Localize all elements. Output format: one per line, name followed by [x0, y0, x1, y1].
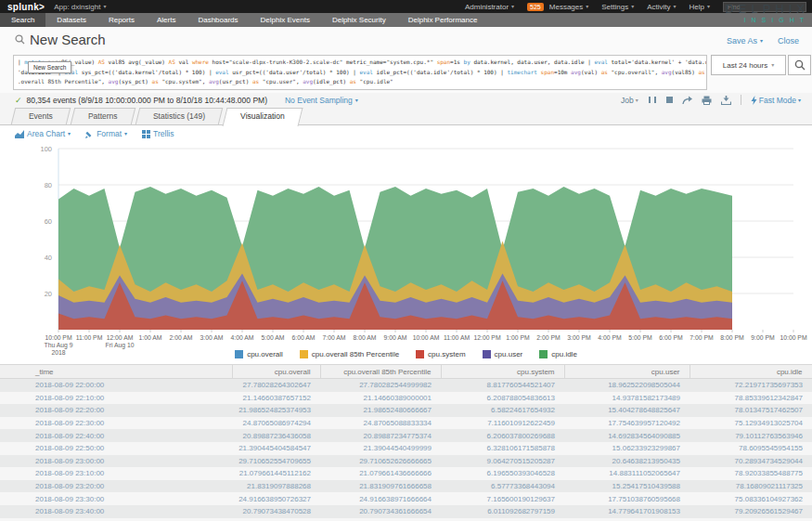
cell-value[interactable]: 78.89130721930668 — [690, 518, 812, 521]
column-header--time[interactable]: _time — [0, 365, 232, 379]
app-menu[interactable]: App: dxinsight ▾ — [54, 3, 106, 11]
cell-value[interactable]: 7.116010912622459 — [441, 417, 564, 430]
cell-time[interactable]: 2018-08-09 22:00:00 — [0, 379, 232, 392]
search-query-input[interactable]: | mstats perc85(_value) AS val85 avg(_va… — [13, 55, 707, 90]
cell-time[interactable]: 2018-08-09 22:20:00 — [0, 404, 232, 417]
chart-type-button[interactable]: Area Chart ▾ — [15, 129, 71, 138]
cell-value[interactable]: 70.28934734529044 — [690, 455, 812, 468]
activity-menu[interactable]: Activity ▾ — [647, 3, 676, 11]
time-range-picker[interactable]: Last 24 hours ▾ — [711, 55, 786, 75]
cell-value[interactable]: 14.883111052065647 — [564, 467, 690, 480]
trellis-button[interactable]: Trellis — [142, 129, 174, 138]
cell-value[interactable]: 15.06233923299867 — [564, 442, 690, 455]
cell-value[interactable]: 78.16809021117325 — [690, 480, 812, 493]
cell-time[interactable]: 2018-08-09 23:50:00 — [0, 518, 232, 521]
cell-value[interactable]: 21.986524825374953 — [232, 404, 320, 417]
cell-time[interactable]: 2018-08-09 22:50:00 — [0, 442, 232, 455]
legend-item-cpu-overall[interactable]: cpu.overall — [235, 350, 283, 358]
nav-item-alerts[interactable]: Alerts — [146, 13, 187, 27]
cell-value[interactable]: 24.87065088833334 — [320, 417, 441, 430]
cell-value[interactable]: 72.21971735697353 — [690, 379, 812, 392]
cell-value[interactable]: 20.89887236436058 — [232, 429, 320, 442]
cell-value[interactable]: 21.39044540499999 — [320, 442, 441, 455]
cell-value[interactable]: 14.779641701908153 — [564, 505, 690, 518]
cell-value[interactable]: 29.710652626666665 — [320, 455, 441, 468]
nav-item-dashboards[interactable]: Dashboards — [187, 13, 249, 27]
cell-value[interactable]: 79.20926561529467 — [690, 505, 812, 518]
cell-value[interactable]: 6.011092682797159 — [441, 505, 564, 518]
cell-time[interactable]: 2018-08-09 23:30:00 — [0, 492, 232, 505]
cell-value[interactable]: 78.85339612342847 — [690, 392, 812, 405]
search-submit-button[interactable] — [788, 55, 811, 75]
cell-value[interactable]: 14.968792284134167 — [564, 518, 690, 521]
cell-value[interactable]: 78.6095545954155 — [690, 442, 812, 455]
cell-value[interactable]: 20.64638213950435 — [564, 455, 690, 468]
cell-time[interactable]: 2018-08-09 23:40:00 — [0, 505, 232, 518]
cell-value[interactable]: 75.12934913025704 — [690, 417, 812, 430]
cell-time[interactable]: 2018-08-09 23:20:00 — [0, 480, 232, 493]
tab-events[interactable]: Events — [11, 108, 71, 124]
cell-value[interactable]: 20.790734361666654 — [320, 505, 441, 518]
print-button[interactable] — [702, 96, 712, 105]
cell-value[interactable]: 27.78028264302647 — [232, 379, 320, 392]
cell-value[interactable]: 21.079661436666666 — [320, 467, 441, 480]
splunk-logo[interactable]: splunk> — [7, 2, 45, 12]
cell-value[interactable]: 14.93781582173489 — [564, 392, 690, 405]
column-header-cpu-overall[interactable]: cpu.overall — [232, 365, 320, 379]
nav-item-delphix-security[interactable]: Delphix Security — [321, 13, 397, 27]
cell-value[interactable]: 75.08336104927362 — [690, 492, 812, 505]
cell-value[interactable]: 24.87065086974294 — [232, 417, 320, 430]
cell-time[interactable]: 2018-08-09 22:30:00 — [0, 417, 232, 430]
cell-value[interactable]: 27.780282544999982 — [320, 379, 441, 392]
nav-item-datasets[interactable]: Datasets — [45, 13, 97, 27]
cell-value[interactable]: 20.89887234775374 — [320, 429, 441, 442]
nav-item-search[interactable]: Search — [0, 13, 45, 27]
nav-item-reports[interactable]: Reports — [97, 13, 146, 27]
cell-value[interactable]: 18.962522098505044 — [564, 379, 690, 392]
cell-value[interactable]: 17.751038760595668 — [564, 492, 690, 505]
cell-value[interactable]: 6.57773368443094 — [441, 480, 564, 493]
cell-value[interactable]: 8.817760544521407 — [441, 379, 564, 392]
share-button[interactable] — [682, 96, 692, 105]
cell-value[interactable]: 24.916638971666664 — [320, 492, 441, 505]
legend-item-cpu-user[interactable]: cpu.user — [483, 350, 523, 358]
tab-visualization[interactable]: Visualization — [222, 108, 303, 126]
cell-value[interactable]: 21.14660389000001 — [320, 392, 441, 405]
administrator-menu[interactable]: Administrator ▾ — [465, 3, 514, 11]
cell-value[interactable]: 24.916638950726327 — [232, 492, 320, 505]
cell-value[interactable]: 79.10112763563946 — [690, 429, 812, 442]
pause-button[interactable] — [648, 97, 657, 103]
export-button[interactable] — [721, 96, 731, 105]
cell-value[interactable]: 21.390445404584547 — [232, 442, 320, 455]
cell-value[interactable]: 21.108692794999996 — [320, 518, 441, 521]
legend-item-cpu-overall-85th-percentile[interactable]: cpu.overall 85th Percentile — [300, 350, 399, 358]
nav-item-delphix-events[interactable]: Delphix Events — [250, 13, 321, 27]
cell-value[interactable]: 78.01347517462507 — [690, 404, 812, 417]
cpu-area-chart[interactable]: 2040608010010:00 PM11:00 PM12:00 AM1:00 … — [0, 144, 812, 359]
job-menu[interactable]: Job ▾ — [621, 96, 638, 105]
cell-time[interactable]: 2018-08-09 23:10:00 — [0, 467, 232, 480]
help-menu[interactable]: Help ▾ — [690, 3, 710, 11]
cell-time[interactable]: 2018-08-09 22:10:00 — [0, 392, 232, 405]
column-header-cpu-system[interactable]: cpu.system — [441, 365, 564, 379]
cell-value[interactable]: 21.8319097888268 — [232, 480, 320, 493]
cell-value[interactable]: 6.196550393046528 — [441, 467, 564, 480]
cell-value[interactable]: 78.92033855488775 — [690, 467, 812, 480]
tab-statistics-149[interactable]: Statistics (149) — [135, 108, 223, 124]
legend-item-cpu-system[interactable]: cpu.system — [416, 350, 465, 358]
cell-value[interactable]: 9.064270515205287 — [441, 455, 564, 468]
messages-menu[interactable]: 525 Messages ▾ — [527, 3, 588, 11]
tab-patterns[interactable]: Patterns — [71, 108, 135, 124]
legend-item-cpu-idle[interactable]: cpu.idle — [539, 350, 577, 358]
cell-value[interactable]: 6.139900496559103 — [441, 518, 564, 521]
cell-value[interactable]: 6.206037800269688 — [441, 429, 564, 442]
cell-value[interactable]: 29.710652554709655 — [232, 455, 320, 468]
cell-value[interactable]: 21.14660387657152 — [232, 392, 320, 405]
cell-value[interactable]: 21.10869278069327 — [232, 518, 320, 521]
column-header-cpu-idle[interactable]: cpu.idle — [690, 365, 812, 379]
settings-menu[interactable]: Settings ▾ — [601, 3, 634, 11]
cell-value[interactable]: 15.25417510439588 — [564, 480, 690, 493]
format-button[interactable]: Format ▾ — [85, 129, 127, 138]
close-button[interactable]: Close — [778, 36, 799, 46]
save-as-button[interactable]: Save As ▾ — [727, 36, 763, 46]
